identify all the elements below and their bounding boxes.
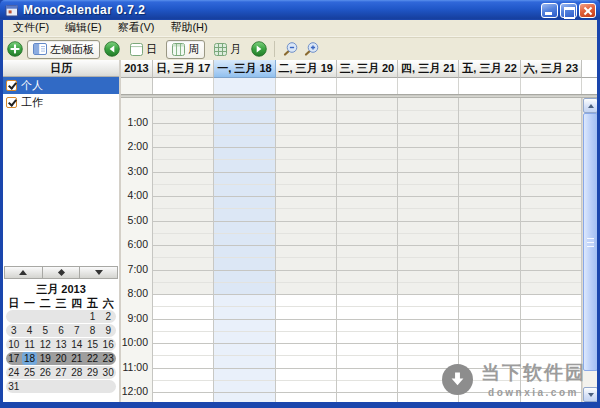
grid-cell[interactable] (521, 343, 581, 355)
grid-cell[interactable] (153, 319, 213, 331)
grid-cell[interactable] (521, 98, 581, 110)
grid-cell[interactable] (276, 221, 336, 233)
grid-cell[interactable] (214, 282, 274, 294)
grid-cell[interactable] (459, 294, 519, 306)
grid-cell[interactable] (521, 294, 581, 306)
menu-item[interactable]: 帮助(H) (162, 19, 215, 37)
grid-cell[interactable] (276, 319, 336, 331)
grid-cell[interactable] (153, 306, 213, 318)
mini-calendar-day[interactable]: 19 (37, 352, 53, 365)
grid-cell[interactable] (521, 135, 581, 147)
grid-cell[interactable] (276, 380, 336, 392)
grid-cell[interactable] (398, 343, 458, 355)
day-header[interactable]: 四, 三月 21 (398, 60, 459, 78)
calendar-list-item[interactable]: 工作 (3, 94, 119, 111)
grid-cell[interactable] (521, 245, 581, 257)
grid-cell[interactable] (398, 270, 458, 282)
grid-cell[interactable] (398, 233, 458, 245)
grid-cell[interactable] (337, 147, 397, 159)
grid-cell[interactable] (337, 196, 397, 208)
grid-cell[interactable] (459, 123, 519, 135)
grid-cell[interactable] (214, 355, 274, 367)
grid-cell[interactable] (276, 196, 336, 208)
mini-calendar-day[interactable]: 29 (85, 366, 101, 379)
grid-cell[interactable] (276, 245, 336, 257)
grid-cell[interactable] (214, 245, 274, 257)
grid-cell[interactable] (459, 282, 519, 294)
grid-cell[interactable] (521, 172, 581, 184)
grid-cell[interactable] (153, 368, 213, 380)
grid-cell[interactable] (153, 159, 213, 171)
mini-calendar-day[interactable]: 25 (22, 366, 38, 379)
grid-cell[interactable] (459, 331, 519, 343)
grid-cell[interactable] (459, 245, 519, 257)
mini-calendar-day[interactable] (69, 380, 85, 393)
mini-calendar-day[interactable] (53, 380, 69, 393)
grid-cell[interactable] (214, 172, 274, 184)
grid-cell[interactable] (521, 368, 581, 380)
grid-cell[interactable] (276, 355, 336, 367)
grid-cell[interactable] (337, 110, 397, 122)
grid-cell[interactable] (214, 221, 274, 233)
grid-cell[interactable] (337, 221, 397, 233)
grid-cell[interactable] (398, 380, 458, 392)
grid-cell[interactable] (521, 270, 581, 282)
grid-cell[interactable] (153, 282, 213, 294)
grid-cell[interactable] (337, 306, 397, 318)
grid-cell[interactable] (459, 257, 519, 269)
grid-cell[interactable] (337, 98, 397, 110)
close-button[interactable] (579, 3, 596, 18)
calendar-checkbox[interactable] (6, 80, 17, 91)
grid-cell[interactable] (153, 221, 213, 233)
new-event-button[interactable] (6, 40, 24, 58)
mini-calendar-day[interactable] (6, 310, 22, 323)
grid-cell[interactable] (214, 257, 274, 269)
grid-cell[interactable] (521, 233, 581, 245)
grid-cell[interactable] (276, 233, 336, 245)
mini-calendar-next-button[interactable] (80, 266, 118, 279)
grid-cell[interactable] (459, 98, 519, 110)
grid-cell[interactable] (214, 306, 274, 318)
mini-calendar-day[interactable]: 17 (6, 352, 22, 365)
grid-cell[interactable] (459, 270, 519, 282)
day-header[interactable]: 一, 三月 18 (214, 60, 275, 78)
day-header[interactable]: 三, 三月 20 (337, 60, 398, 78)
grid-cell[interactable] (214, 233, 274, 245)
menu-item[interactable]: 察看(V) (110, 19, 163, 37)
allday-cell[interactable] (153, 78, 214, 94)
grid-cell[interactable] (276, 282, 336, 294)
grid-cell[interactable] (398, 221, 458, 233)
grid-cell[interactable] (337, 123, 397, 135)
grid-cell[interactable] (153, 184, 213, 196)
minimize-button[interactable] (541, 3, 558, 18)
grid-cell[interactable] (276, 306, 336, 318)
mini-calendar-today-button[interactable] (43, 266, 81, 279)
previous-button[interactable] (103, 40, 121, 58)
zoom-out-button[interactable] (281, 40, 299, 58)
grid-cell[interactable] (276, 135, 336, 147)
grid-cell[interactable] (337, 184, 397, 196)
grid-cell[interactable] (214, 110, 274, 122)
grid-cell[interactable] (153, 135, 213, 147)
mini-calendar-day[interactable]: 14 (69, 338, 85, 351)
grid-cell[interactable] (521, 380, 581, 392)
mini-calendar-day[interactable]: 21 (69, 352, 85, 365)
grid-cell[interactable] (153, 110, 213, 122)
grid-cell[interactable] (337, 245, 397, 257)
grid-cell[interactable] (521, 331, 581, 343)
grid-cell[interactable] (337, 392, 397, 402)
grid-cell[interactable] (459, 306, 519, 318)
grid-cell[interactable] (337, 270, 397, 282)
grid-cell[interactable] (153, 270, 213, 282)
grid-cell[interactable] (521, 282, 581, 294)
grid-cell[interactable] (337, 355, 397, 367)
grid-cell[interactable] (521, 123, 581, 135)
menu-item[interactable]: 文件(F) (5, 19, 57, 37)
grid-cell[interactable] (276, 392, 336, 402)
grid-cell[interactable] (398, 306, 458, 318)
title-bar[interactable]: MonoCalendar 0.7.2 (0, 0, 600, 20)
mini-calendar-day[interactable]: 30 (100, 366, 116, 379)
grid-cell[interactable] (276, 172, 336, 184)
grid-cell[interactable] (398, 159, 458, 171)
scrollbar-up-button[interactable] (583, 98, 597, 113)
